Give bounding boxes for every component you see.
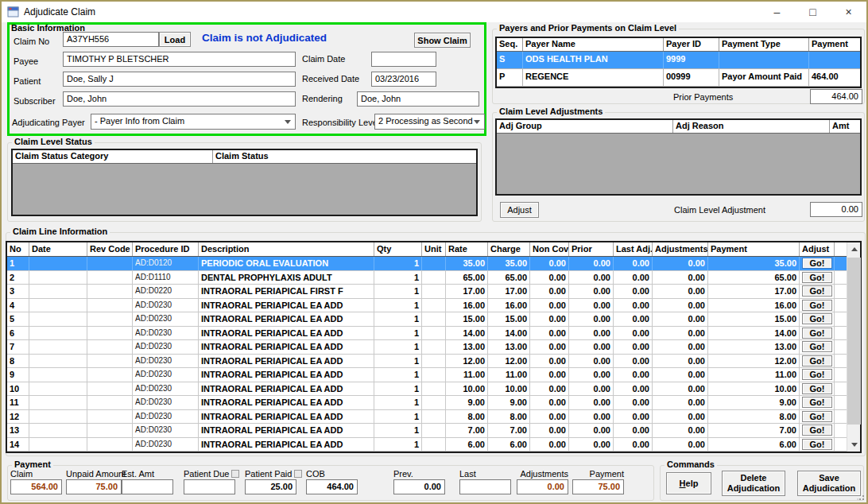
claim-line-row[interactable]: 3AD:D0220INTRAORAL PERIAPICAL FIRST F117… xyxy=(7,285,847,299)
save-adjudication-button[interactable]: SaveAdjudication xyxy=(797,471,861,496)
patient-due-checkbox[interactable] xyxy=(231,470,239,478)
show-claim-button[interactable]: Show Claim xyxy=(414,33,471,48)
cob-input[interactable]: 464.00 xyxy=(306,479,358,494)
claim-line-cell-adjustments: 0.00 xyxy=(653,424,708,437)
claim-line-row[interactable]: 12AD:D0230INTRAORAL PERIAPICAL EA ADD18.… xyxy=(7,410,847,425)
adjudicating-payer-select[interactable]: - Payer Info from Claim xyxy=(91,114,296,130)
rendering-input[interactable]: Doe, John xyxy=(357,91,479,107)
last-label: Last xyxy=(459,469,476,479)
claim-line-cell-procedure-id: AD:D0230 xyxy=(133,312,199,326)
column-header-procedure-id: Procedure ID xyxy=(133,242,199,256)
payment-field-label: Est. Amt xyxy=(122,469,173,479)
last-input[interactable] xyxy=(459,479,511,494)
claim-line-row[interactable]: 1AD:D0120PERIODIC ORAL EVALUATION135.003… xyxy=(7,257,847,271)
window-title: Adjudicate Claim xyxy=(24,6,95,17)
claim-line-cell-no: 10 xyxy=(7,382,29,396)
patient-due-input[interactable] xyxy=(184,479,235,494)
close-icon[interactable]: × xyxy=(831,2,866,22)
payer-row[interactable]: PREGENCE00999Payor Amount Paid464.00 xyxy=(497,69,860,87)
claim-level-adjustment-input[interactable]: 0.00 xyxy=(810,202,862,217)
go-button[interactable]: Go! xyxy=(802,397,832,408)
claim-input[interactable]: 564.00 xyxy=(10,479,62,494)
delete-adjudication-button[interactable]: DeleteAdjudication xyxy=(722,471,785,496)
adjustments-input[interactable]: 0.00 xyxy=(517,479,568,494)
claim-line-cell-date xyxy=(29,285,87,298)
claim-line-cell-prior: 0.00 xyxy=(569,340,614,354)
subscriber-input[interactable]: Doe, John xyxy=(63,91,296,107)
claim-line-cell-rate: 14.00 xyxy=(446,327,488,340)
go-button[interactable]: Go! xyxy=(802,313,832,324)
vertical-scrollbar[interactable] xyxy=(847,242,860,452)
claim-line-cell-charge: 16.00 xyxy=(488,299,530,312)
claim-line-row[interactable]: 2AD:D1110DENTAL PROPHYLAXIS ADULT165.006… xyxy=(7,271,847,285)
claim-line-row[interactable]: 8AD:D0230INTRAORAL PERIAPICAL EA ADD112.… xyxy=(7,355,847,369)
go-button[interactable]: Go! xyxy=(802,411,832,422)
go-button[interactable]: Go! xyxy=(802,369,832,380)
claim-line-row[interactable]: 14AD:D0230INTRAORAL PERIAPICAL EA ADD16.… xyxy=(7,438,847,452)
minimize-icon[interactable]: – xyxy=(759,2,795,22)
payment-input[interactable]: 75.00 xyxy=(572,479,624,494)
claim-line-row[interactable]: 9AD:D0230INTRAORAL PERIAPICAL EA ADD111.… xyxy=(7,368,847,382)
claim-line-row[interactable]: 11AD:D0230INTRAORAL PERIAPICAL EA ADD19.… xyxy=(7,396,847,410)
responsibility-level-select[interactable]: 2 Processing as Second xyxy=(374,114,485,130)
go-button[interactable]: Go! xyxy=(802,300,832,311)
claim-line-cell-charge: 65.00 xyxy=(488,271,530,285)
load-button[interactable]: Load xyxy=(159,32,191,47)
patient-paid-input[interactable]: 25.00 xyxy=(245,479,296,494)
payment-field-claim: Claim564.00 xyxy=(10,469,62,494)
claim-line-cell-description: INTRAORAL PERIAPICAL EA ADD xyxy=(199,368,374,382)
unpaid-input[interactable]: 75.00 xyxy=(66,479,122,494)
claim-line-cell-unit xyxy=(422,438,446,452)
claim-line-row[interactable]: 4AD:D0230INTRAORAL PERIAPICAL EA ADD116.… xyxy=(7,299,847,313)
column-header-adj-group: Adj Group xyxy=(497,120,673,133)
claim-date-input[interactable] xyxy=(371,52,436,67)
go-button[interactable]: Go! xyxy=(802,341,832,352)
go-button[interactable]: Go! xyxy=(802,328,832,339)
claim-line-row[interactable]: 13AD:D0230INTRAORAL PERIAPICAL EA ADD17.… xyxy=(7,424,847,438)
payment-field-prev: Prev.0.00 xyxy=(393,469,445,494)
claim-line-cell-rate: 35.00 xyxy=(446,257,488,270)
scroll-down-icon[interactable] xyxy=(847,438,861,452)
claim-line-row[interactable]: 6AD:D0230INTRAORAL PERIAPICAL EA ADD114.… xyxy=(7,327,847,341)
claim-line-cell-last-adj: 0.00 xyxy=(614,438,653,452)
resize-grip[interactable] xyxy=(857,493,865,501)
adjudicate-claim-window: { "window": { "title": "Adjudicate Claim… xyxy=(0,0,868,504)
claim-line-row[interactable]: 5AD:D0230INTRAORAL PERIAPICAL EA ADD115.… xyxy=(7,312,847,327)
est-amt-input[interactable] xyxy=(122,479,173,494)
claim-line-cell-adjust: Go! xyxy=(800,312,835,326)
claim-line-cell-adjustments: 0.00 xyxy=(653,340,708,354)
maximize-icon[interactable]: □ xyxy=(795,2,831,22)
payer-row[interactable]: SODS HEALTH PLAN9999 xyxy=(497,52,860,69)
go-button[interactable]: Go! xyxy=(802,355,832,366)
column-header-payment-type: Payment Type xyxy=(719,38,809,51)
claim-no-input[interactable]: A37YH556 xyxy=(63,32,159,47)
column-header-claim-status: Claim Status xyxy=(213,150,476,163)
claim-line-cell-payment: 13.00 xyxy=(708,340,800,354)
claim-line-cell-adjust: Go! xyxy=(800,271,835,285)
claim-label: Claim xyxy=(10,469,33,479)
claim-line-cell-unit xyxy=(422,382,446,396)
claim-line-cell-non-cov: 0.00 xyxy=(530,312,569,326)
patient-paid-checkbox[interactable] xyxy=(294,470,302,478)
help-button[interactable]: Help xyxy=(666,472,711,494)
prior-payments-input[interactable]: 464.00 xyxy=(810,89,862,104)
claim-line-cell-qty: 1 xyxy=(374,438,422,452)
scrollbar-thumb[interactable] xyxy=(847,258,861,425)
claim-line-row[interactable]: 10AD:D0230INTRAORAL PERIAPICAL EA ADD110… xyxy=(7,382,847,397)
go-button[interactable]: Go! xyxy=(802,285,832,297)
scroll-up-icon[interactable] xyxy=(847,242,861,256)
go-button[interactable]: Go! xyxy=(802,425,832,436)
go-button[interactable]: Go! xyxy=(802,439,832,450)
go-button[interactable]: Go! xyxy=(802,258,832,269)
claim-line-cell-date xyxy=(29,355,87,368)
claim-line-cell-date xyxy=(29,271,87,285)
patient-input[interactable]: Doe, Sally J xyxy=(63,72,296,87)
received-date-input[interactable]: 03/23/2016 xyxy=(371,72,436,87)
claim-line-row[interactable]: 7AD:D0230INTRAORAL PERIAPICAL EA ADD113.… xyxy=(7,340,847,355)
go-button[interactable]: Go! xyxy=(802,272,832,283)
adjust-button[interactable]: Adjust xyxy=(500,202,539,218)
payee-input[interactable]: TIMOTHY P BLETSCHER xyxy=(63,52,296,67)
go-button[interactable]: Go! xyxy=(802,383,832,394)
claim-line-cell-prior: 0.00 xyxy=(569,368,614,382)
prev-input[interactable]: 0.00 xyxy=(393,479,445,494)
